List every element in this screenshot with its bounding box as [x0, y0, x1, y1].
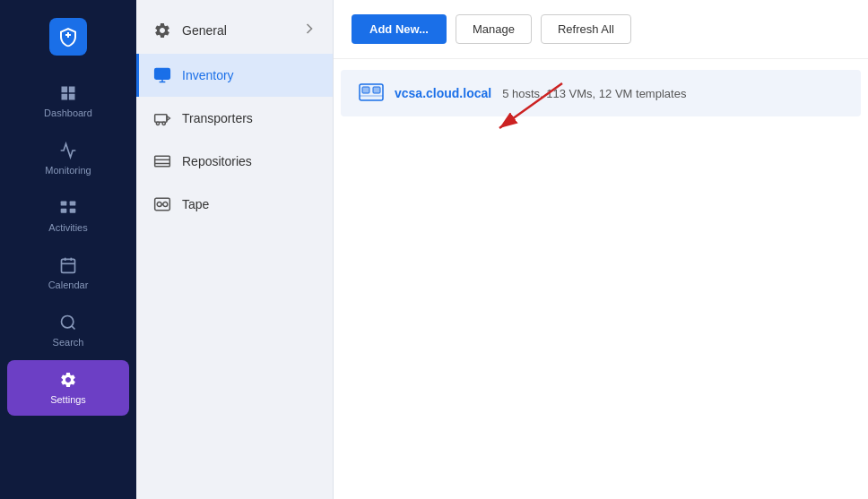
menu-item-inventory[interactable]: Inventory: [136, 54, 333, 97]
menu-label-repositories: Repositories: [182, 154, 252, 168]
activities-icon: [59, 199, 77, 217]
middle-panel: General Inventory: [136, 0, 334, 499]
svg-rect-3: [70, 209, 76, 213]
inventory-row: vcsa.cloud.local 5 hosts, 113 VMs, 12 VM…: [341, 70, 861, 116]
sidebar-item-settings[interactable]: Settings: [7, 360, 129, 416]
sidebar-label-settings: Settings: [50, 394, 86, 405]
menu-label-transporters: Transporters: [182, 111, 253, 125]
calendar-icon: [59, 256, 77, 274]
svg-rect-2: [61, 209, 67, 213]
sidebar-label-monitoring: Monitoring: [45, 165, 91, 176]
refresh-all-button[interactable]: Refresh All: [541, 14, 631, 44]
sidebar-label-calendar: Calendar: [48, 280, 89, 290]
add-new-button[interactable]: Add New...: [352, 14, 447, 44]
arrow-container: vcsa.cloud.local 5 hosts, 113 VMs, 12 VM…: [334, 70, 868, 116]
svg-rect-11: [157, 71, 160, 73]
dashboard-icon: [59, 84, 77, 102]
menu-label-tape: Tape: [182, 197, 209, 211]
sidebar-item-activities[interactable]: Activities: [0, 188, 136, 244]
vcenter-icon: [359, 81, 384, 106]
menu-item-general[interactable]: General: [136, 7, 333, 54]
svg-rect-1: [70, 202, 76, 206]
sidebar-label-activities: Activities: [48, 222, 87, 233]
svg-point-8: [62, 316, 74, 328]
content-area: vcsa.cloud.local 5 hosts, 113 VMs, 12 VM…: [334, 59, 868, 499]
sidebar-item-monitoring[interactable]: Monitoring: [0, 131, 136, 186]
toolbar: Add New... Manage Refresh All: [334, 0, 868, 59]
svg-point-22: [163, 202, 168, 207]
svg-rect-25: [362, 87, 369, 93]
menu-label-inventory: Inventory: [182, 68, 234, 82]
sidebar-item-dashboard[interactable]: Dashboard: [0, 73, 136, 129]
monitoring-icon: [59, 142, 77, 159]
logo-area: [0, 11, 136, 73]
svg-rect-0: [61, 202, 67, 206]
svg-point-15: [156, 122, 159, 125]
menu-item-transporters[interactable]: Transporters: [136, 97, 333, 140]
tape-icon: [153, 195, 171, 213]
sidebar-label-search: Search: [53, 337, 84, 348]
shield-logo-icon: [57, 26, 79, 47]
svg-line-9: [72, 326, 75, 330]
main-content: Add New... Manage Refresh All vcsa.cloud…: [334, 0, 868, 499]
svg-rect-14: [155, 115, 167, 122]
menu-item-repositories[interactable]: Repositories: [136, 140, 333, 183]
sidebar-label-dashboard: Dashboard: [44, 108, 92, 118]
sidebar-item-calendar[interactable]: Calendar: [0, 245, 136, 301]
manage-button[interactable]: Manage: [456, 14, 532, 44]
app-logo: [49, 18, 87, 56]
svg-rect-27: [373, 87, 380, 93]
svg-point-16: [162, 122, 165, 125]
settings-icon: [59, 371, 77, 389]
nav-items: Dashboard Monitoring Activities: [0, 73, 136, 499]
sidebar: Dashboard Monitoring Activities: [0, 0, 136, 499]
inventory-meta: 5 hosts, 113 VMs, 12 VM templates: [502, 87, 686, 100]
transporter-icon: [153, 109, 171, 127]
chevron-right-icon: [300, 20, 318, 41]
gear-icon: [153, 22, 171, 39]
inventory-icon: [153, 66, 171, 84]
svg-point-21: [157, 202, 161, 207]
menu-label-general: General: [182, 23, 290, 38]
repository-icon: [153, 152, 171, 170]
middle-panel-inner: General Inventory: [136, 0, 333, 233]
svg-rect-4: [62, 259, 75, 272]
search-icon: [59, 314, 77, 331]
menu-item-tape[interactable]: Tape: [136, 183, 333, 226]
svg-rect-17: [155, 156, 170, 167]
vcenter-link[interactable]: vcsa.cloud.local: [395, 86, 491, 100]
sidebar-item-search[interactable]: Search: [0, 303, 136, 358]
